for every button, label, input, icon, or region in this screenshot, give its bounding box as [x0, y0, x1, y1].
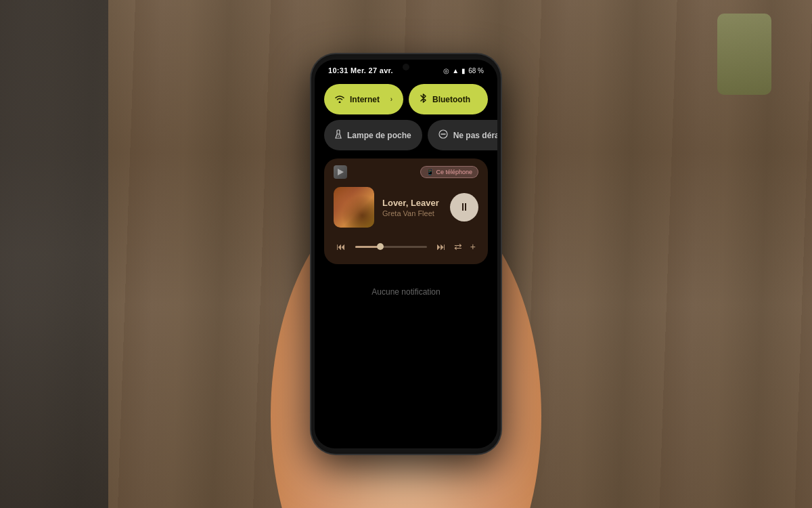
media-artwork	[334, 187, 374, 228]
progress-bar-container[interactable]	[355, 246, 427, 248]
media-header: 📱 Ce téléphone	[324, 158, 488, 183]
progress-thumb	[377, 243, 384, 250]
dnd-label: Ne pas déranger	[453, 131, 497, 140]
add-button[interactable]: +	[468, 238, 478, 255]
qs-row-2: Lampe de poche Ne pas déranger	[324, 120, 488, 150]
pause-button[interactable]: ⏸	[450, 193, 478, 221]
next-button[interactable]: ⏭	[434, 238, 449, 255]
status-time-date: 10:31 Mer. 27 avr.	[328, 66, 393, 75]
wifi-tile-icon	[335, 94, 344, 105]
rotation-icon: ◎	[443, 67, 449, 75]
status-bar: 10:31 Mer. 27 avr. ◎ ▲ ▮ 68 %	[315, 60, 497, 79]
phone-badge-icon: 📱	[426, 169, 434, 175]
media-info: Lover, Leaver Greta Van Fleet	[382, 198, 442, 217]
media-app-icon	[334, 165, 347, 179]
shuffle-button[interactable]: ⇄	[451, 238, 465, 255]
flashlight-tile-icon	[335, 129, 342, 141]
flashlight-label: Lampe de poche	[347, 131, 411, 140]
media-device-badge: 📱 Ce téléphone	[420, 166, 478, 178]
quick-settings-panel: Internet › Bluetooth	[315, 79, 497, 156]
internet-tile[interactable]: Internet ›	[324, 84, 403, 114]
bluetooth-tile-icon	[420, 93, 427, 105]
notification-area: Aucune notification	[315, 267, 497, 317]
media-player: 📱 Ce téléphone Lover, Leaver Greta Van F…	[324, 158, 488, 264]
internet-arrow: ›	[390, 96, 392, 103]
media-content: Lover, Leaver Greta Van Fleet ⏸	[324, 183, 488, 234]
media-controls: ⏮ ⏭ ⇄ +	[324, 234, 488, 264]
bluetooth-label: Bluetooth	[432, 95, 470, 104]
bluetooth-tile[interactable]: Bluetooth	[409, 84, 488, 114]
media-artist: Greta Van Fleet	[382, 209, 442, 217]
device-badge-label: Ce téléphone	[436, 169, 472, 175]
background-lantern	[717, 14, 771, 95]
pause-icon: ⏸	[459, 201, 470, 213]
battery-icon: ▮	[461, 67, 466, 75]
dnd-tile[interactable]: Ne pas déranger	[428, 120, 497, 150]
wifi-icon: ▲	[452, 67, 459, 75]
status-icons: ◎ ▲ ▮ 68 %	[443, 67, 484, 75]
previous-button[interactable]: ⏮	[334, 238, 348, 255]
progress-track	[355, 246, 427, 248]
no-notification-text: Aucune notification	[371, 287, 440, 297]
background-railing	[0, 0, 108, 508]
phone-device: 10:31 Mer. 27 avr. ◎ ▲ ▮ 68 %	[311, 54, 501, 454]
flashlight-tile[interactable]: Lampe de poche	[324, 120, 422, 150]
internet-label: Internet	[350, 95, 380, 104]
qs-row-1: Internet › Bluetooth	[324, 84, 488, 114]
dnd-tile-icon	[438, 129, 448, 141]
media-track-title: Lover, Leaver	[382, 198, 442, 208]
phone-screen: 10:31 Mer. 27 avr. ◎ ▲ ▮ 68 %	[315, 60, 497, 448]
svg-rect-0	[337, 130, 340, 134]
battery-percent: 68 %	[468, 67, 484, 75]
